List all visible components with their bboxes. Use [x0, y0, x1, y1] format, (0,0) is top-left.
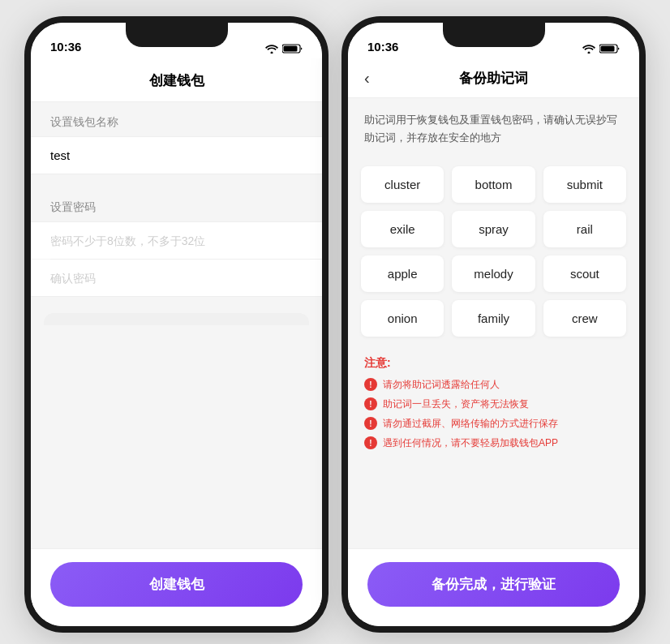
- note-icon-4: !: [364, 436, 377, 449]
- mnemonic-word-3: submit: [543, 166, 626, 203]
- mnemonic-grid: cluster bottom submit exile spray rail a…: [348, 157, 639, 346]
- battery-icon-2: [599, 44, 620, 54]
- note-item-1: ! 请勿将助记词透露给任何人: [364, 377, 623, 392]
- battery-icon: [282, 44, 303, 54]
- status-icons-1: [265, 44, 303, 54]
- back-header-row: ‹ 备份助记词: [348, 58, 639, 98]
- status-time-1: 10:36: [50, 40, 81, 54]
- notch: [126, 23, 228, 47]
- notch-2: [443, 23, 545, 47]
- password-section: 设置密码: [31, 187, 322, 297]
- note-icon-2: !: [364, 397, 377, 410]
- note-item-3: ! 请勿通过截屏、网络传输的方式进行保存: [364, 416, 623, 431]
- confirm-password-input[interactable]: [31, 260, 322, 297]
- status-time-2: 10:36: [367, 40, 398, 54]
- notes-section: 注意: ! 请勿将助记词透露给任何人 ! 助记词一旦丢失，资产将无法恢复 ! 请…: [348, 346, 639, 465]
- mnemonic-word-2: bottom: [452, 166, 535, 203]
- create-wallet-content: 设置钱包名称 设置密码 我已熟知以下事项: [31, 102, 322, 626]
- note-text-3: 请勿通过截屏、网络传输的方式进行保存: [383, 416, 558, 431]
- note-icon-1: !: [364, 378, 377, 391]
- agreement-card: 我已熟知以下事项 ! NFTOKEN不会储存您的钱包密码 ! 操作钱包内资产时会…: [44, 313, 309, 325]
- mnemonic-description: 助记词用于恢复钱包及重置钱包密码，请确认无误抄写助记词，并存放在安全的地方: [348, 98, 639, 157]
- phone-create-wallet: 10:36 创建钱包: [24, 16, 329, 633]
- mnemonic-word-1: cluster: [361, 166, 444, 203]
- backup-complete-button[interactable]: 备份完成，进行验证: [367, 562, 620, 607]
- screen-container: 10:36 创建钱包: [24, 16, 646, 633]
- name-label: 设置钱包名称: [31, 102, 322, 136]
- svg-rect-2: [284, 46, 298, 52]
- svg-rect-5: [601, 46, 615, 52]
- password-label: 设置密码: [31, 187, 322, 221]
- note-icon-3: !: [364, 417, 377, 430]
- mnemonic-word-11: family: [452, 300, 535, 337]
- note-text-1: 请勿将助记词透露给任何人: [383, 377, 500, 392]
- back-button[interactable]: ‹: [364, 70, 370, 86]
- note-text-2: 助记词一旦丢失，资产将无法恢复: [383, 397, 529, 411]
- backup-bottom-bar: 备份完成，进行验证: [348, 548, 639, 626]
- mnemonic-word-8: melody: [452, 255, 535, 292]
- note-item-4: ! 遇到任何情况，请不要轻易加载钱包APP: [364, 436, 623, 450]
- mnemonic-word-10: onion: [361, 300, 444, 337]
- status-icons-2: [582, 44, 620, 54]
- backup-content: 助记词用于恢复钱包及重置钱包密码，请确认无误抄写助记词，并存放在安全的地方 cl…: [348, 98, 639, 626]
- mnemonic-word-6: rail: [543, 211, 626, 247]
- create-wallet-bottom: 创建钱包: [31, 548, 322, 626]
- wallet-name-input[interactable]: [31, 136, 322, 174]
- wifi-icon-2: [582, 44, 595, 54]
- phone-backup-mnemonic: 10:36 ‹ 备份助记词: [341, 16, 646, 633]
- create-wallet-button[interactable]: 创建钱包: [50, 562, 303, 607]
- mnemonic-word-5: spray: [452, 211, 535, 247]
- page-title-create: 创建钱包: [149, 73, 204, 88]
- svg-point-3: [588, 52, 591, 54]
- svg-point-0: [271, 52, 273, 54]
- mnemonic-word-4: exile: [361, 211, 444, 247]
- password-input[interactable]: [31, 221, 322, 259]
- notes-title: 注意:: [364, 356, 623, 371]
- mnemonic-word-9: scout: [543, 255, 626, 292]
- note-text-4: 遇到任何情况，请不要轻易加载钱包APP: [383, 436, 558, 450]
- note-item-2: ! 助记词一旦丢失，资产将无法恢复: [364, 397, 623, 411]
- wifi-icon: [265, 44, 278, 54]
- page-header-create: 创建钱包: [31, 58, 322, 102]
- form-body: 设置钱包名称 设置密码 我已熟知以下事项: [31, 102, 322, 325]
- page-title-backup: 备份助记词: [459, 69, 528, 88]
- mnemonic-word-7: apple: [361, 255, 444, 292]
- mnemonic-word-12: crew: [543, 300, 626, 337]
